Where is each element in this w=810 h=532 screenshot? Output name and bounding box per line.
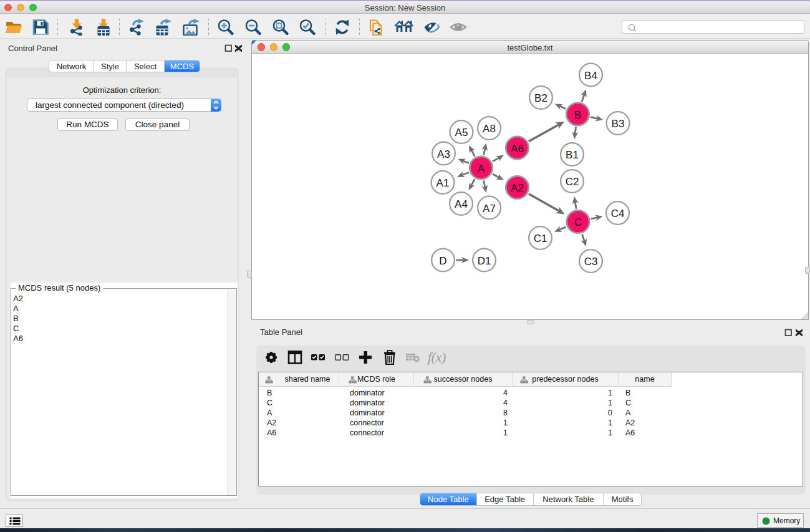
svg-text:B1: B1: [566, 149, 579, 161]
svg-text:B2: B2: [534, 92, 547, 104]
svg-text:A2: A2: [511, 182, 524, 194]
svg-text:D1: D1: [478, 255, 491, 267]
svg-text:C3: C3: [584, 256, 598, 268]
svg-text:A1: A1: [436, 177, 450, 189]
svg-text:A5: A5: [455, 127, 468, 138]
svg-text:B4: B4: [584, 70, 597, 82]
svg-text:A3: A3: [437, 148, 450, 160]
svg-text:A4: A4: [455, 198, 468, 210]
svg-text:A6: A6: [511, 143, 524, 155]
svg-text:A7: A7: [483, 203, 496, 215]
svg-text:C4: C4: [611, 208, 625, 220]
svg-text:C: C: [574, 216, 582, 228]
svg-text:B: B: [574, 109, 581, 121]
svg-text:B3: B3: [612, 118, 625, 130]
svg-text:C1: C1: [534, 233, 547, 244]
svg-text:D: D: [439, 255, 446, 267]
svg-text:A: A: [478, 163, 485, 175]
svg-text:C2: C2: [566, 176, 579, 188]
svg-text:A8: A8: [483, 123, 496, 135]
